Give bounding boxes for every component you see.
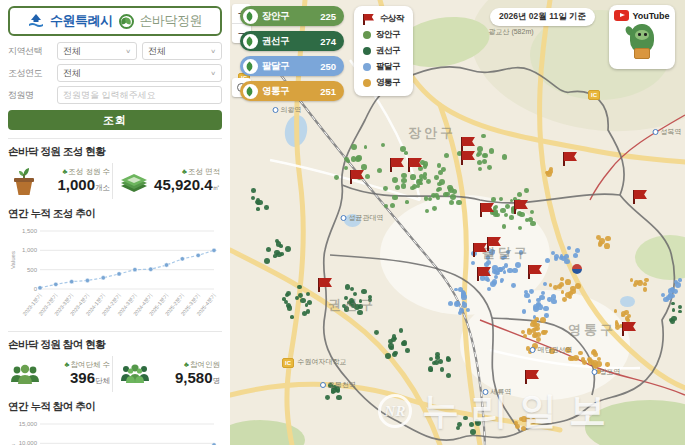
clover-bullet-icon: ♣ (62, 167, 67, 176)
land-area-icon (120, 168, 148, 194)
legend-row-영통구: 영통구 (363, 75, 404, 91)
district-button-팔달구[interactable]: 팔달구250 (240, 56, 344, 76)
creation-section-title: 손바닥 정원 조성 현황 (8, 145, 222, 159)
svg-text:15,000: 15,000 (19, 421, 38, 427)
legend-label: 영통구 (376, 77, 400, 89)
filter-panel: 지역선택 전체 ∨ 전체 ∨ 조성연도 전체 ∨ 정원명 (8, 42, 222, 130)
chevron-down-icon: ∨ (210, 48, 216, 54)
legend-dot-icon (363, 31, 371, 39)
region-filter-label: 지역선택 (8, 45, 52, 58)
legend-award-row: 수상작 (363, 11, 404, 27)
district-button-label: 팔달구 (262, 60, 316, 73)
clover-bullet-icon: ♣ (64, 360, 69, 369)
award-flag-marker[interactable] (480, 203, 495, 218)
leaf-icon (243, 9, 258, 24)
district-buttons: 장안구225권선구274팔달구250영통구251 (240, 6, 344, 101)
clover-bullet-icon: ♣ (184, 360, 189, 369)
district-button-count: 250 (320, 61, 336, 72)
app-window: 수원특례시 손바닥정원 지역선택 전체 ∨ 전체 ∨ 조성연도 전체 (0, 0, 685, 445)
garden-name-input[interactable] (57, 86, 222, 104)
creation-trend-chart: 05001,0001,500Values2023-1분기2023-2분기2023… (8, 223, 220, 323)
legend-row-권선구: 권선구 (363, 43, 404, 59)
award-flag-marker[interactable] (525, 370, 540, 385)
youtube-label: YouTube (632, 11, 669, 21)
garden-mascot (627, 24, 657, 62)
creation-stats: ♣조성 정원 수 1,000개소 ♣조성 면적 45,920.4㎡ (8, 163, 222, 199)
award-flag-marker[interactable] (477, 267, 492, 282)
legend-dot-icon (363, 63, 371, 71)
watermark-text: 누리일보 (422, 386, 618, 436)
map-legend: 수상작장안구권선구팔달구영통구 (354, 6, 413, 96)
district-button-label: 장안구 (262, 10, 316, 23)
district-button-count: 251 (320, 86, 336, 97)
brand-header: 수원특례시 손바닥정원 (8, 6, 222, 36)
district-button-count: 225 (320, 11, 336, 22)
leaf-icon (243, 59, 258, 74)
legend-dot-icon (363, 79, 371, 87)
participation-stats: ♣참여단체 수 396단체 ♣참여인원 9,580명 (8, 356, 222, 392)
award-flag-marker[interactable] (390, 158, 405, 173)
award-flag-marker[interactable] (633, 190, 648, 205)
region-select-city[interactable]: 전체 ∨ (57, 42, 137, 60)
people-group-icon (10, 362, 40, 386)
district-button-count: 274 (320, 36, 336, 47)
legend-row-팔달구: 팔달구 (363, 59, 404, 75)
svg-text:1,000: 1,000 (22, 247, 38, 253)
participant-groups-stat: ♣참여단체 수 396단체 (8, 356, 112, 392)
award-flag-marker[interactable] (622, 322, 637, 337)
legend-award-label: 수상작 (380, 13, 404, 25)
leaf-icon (243, 84, 258, 99)
people-crowd-icon (120, 362, 150, 386)
award-flag-marker[interactable] (473, 243, 488, 258)
news-watermark: NR 누리일보 (378, 386, 618, 436)
brand-city-name: 수원특례시 (50, 12, 113, 30)
garden-area-stat: ♣조성 면적 45,920.4㎡ (112, 163, 222, 199)
legend-label: 장안구 (376, 29, 400, 41)
participation-section-title: 손바닥 정원 참여 현황 (8, 338, 222, 352)
region-select-district[interactable]: 전체 ∨ (142, 42, 222, 60)
garden-name-label: 정원명 (8, 89, 52, 102)
svg-text:0: 0 (34, 286, 38, 292)
flower-pot-icon (10, 166, 38, 196)
sidebar: 수원특례시 손바닥정원 지역선택 전체 ∨ 전체 ∨ 조성연도 전체 (0, 0, 230, 445)
leaf-icon (243, 34, 258, 49)
clover-bullet-icon: ♣ (182, 167, 187, 176)
legend-dot-icon (363, 47, 371, 55)
participant-people-stat: ♣참여인원 9,580명 (112, 356, 222, 392)
garden-logo-icon (119, 14, 134, 29)
chevron-down-icon: ∨ (125, 48, 131, 54)
district-button-label: 권선구 (262, 35, 316, 48)
award-flag-marker[interactable] (350, 170, 365, 185)
map-canvas[interactable]: 의왕역성균관대역광교산 (582m)성복역세류역매탄권선역망포역오목천역수원여자… (230, 0, 685, 445)
divider (8, 331, 222, 332)
legend-row-장안구: 장안구 (363, 27, 404, 43)
legend-label: 팔달구 (376, 61, 400, 73)
search-button[interactable]: 조회 (8, 110, 222, 130)
award-flag-marker[interactable] (487, 237, 502, 252)
svg-text:10,000: 10,000 (19, 440, 38, 445)
district-button-label: 영통구 (262, 85, 316, 98)
brand-app-name: 손바닥정원 (140, 12, 203, 30)
award-flag-marker[interactable] (408, 158, 423, 173)
award-flag-icon (363, 14, 375, 25)
participation-trend-chart: 05,00010,00015,000Values2023-1분기2023-2분기… (8, 416, 220, 445)
participation-chart-title: 연간 누적 참여 추이 (8, 400, 222, 414)
svg-text:1,500: 1,500 (22, 228, 38, 234)
data-date-badge: 2026년 02월 11일 기준 (490, 8, 595, 26)
watermark-logo: NR (378, 394, 412, 428)
svg-text:Values: Values (10, 251, 16, 269)
award-flag-marker[interactable] (461, 151, 476, 166)
award-flag-marker[interactable] (563, 152, 578, 167)
svg-text:500: 500 (27, 267, 38, 273)
award-flag-marker[interactable] (461, 137, 476, 152)
district-button-장안구[interactable]: 장안구225 (240, 6, 344, 26)
award-flag-marker[interactable] (318, 278, 333, 293)
district-button-영통구[interactable]: 영통구251 (240, 81, 344, 101)
award-flag-marker[interactable] (528, 265, 543, 280)
award-flag-marker[interactable] (514, 200, 529, 215)
youtube-link[interactable]: YouTube (609, 5, 675, 69)
district-button-권선구[interactable]: 권선구274 (240, 31, 344, 51)
year-select[interactable]: 전체 ∨ (57, 64, 222, 82)
suwon-city-logo-icon (28, 13, 44, 29)
chevron-down-icon: ∨ (210, 70, 216, 76)
